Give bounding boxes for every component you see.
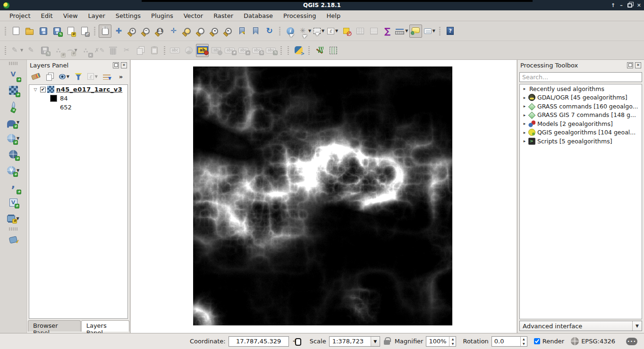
menu-settings[interactable]: Settings xyxy=(111,11,145,20)
new-bookmark-icon[interactable] xyxy=(236,25,248,38)
refresh-map-icon[interactable]: ↻ xyxy=(263,25,276,38)
menu-database[interactable]: Database xyxy=(239,11,278,20)
algorithm-group[interactable]: ▸GRASS commands [160 geoalgo... xyxy=(520,102,642,111)
algorithm-group[interactable]: ▸Scripts [5 geoalgorithms] xyxy=(520,137,642,146)
expander-icon[interactable]: ▸ xyxy=(522,121,527,126)
add-wcs-layer-icon[interactable] xyxy=(7,148,20,161)
zoom-to-layer-icon[interactable] xyxy=(195,25,207,38)
menu-help[interactable]: Help xyxy=(322,11,346,20)
layer-labeling-options-icon[interactable]: ab xyxy=(196,44,209,57)
advanced-digitizing-icon[interactable] xyxy=(7,233,20,246)
add-group-icon[interactable] xyxy=(44,71,56,82)
add-spatialite-layer-icon[interactable] xyxy=(7,100,20,113)
grass-region-icon[interactable] xyxy=(327,44,339,57)
menu-plugins[interactable]: Plugins xyxy=(146,11,178,20)
select-by-expression-dropdown[interactable]: ▼ xyxy=(335,29,338,33)
expander-icon[interactable]: ▸ xyxy=(522,130,527,135)
message-log-button[interactable]: ••• xyxy=(626,338,637,345)
expander-icon[interactable]: ▸ xyxy=(522,95,527,100)
manage-layer-visibility-dropdown[interactable]: ▼ xyxy=(67,75,69,79)
zoom-native-icon[interactable]: 1:1 xyxy=(153,25,166,38)
layers-panel-float-button[interactable] xyxy=(113,62,119,68)
expand-collapse-all-icon[interactable] xyxy=(101,71,112,82)
render-checkbox[interactable] xyxy=(534,338,540,344)
add-raster-layer-icon[interactable] xyxy=(7,83,20,97)
menu-edit[interactable]: Edit xyxy=(36,11,57,20)
mouse-position-toggle-icon[interactable] xyxy=(293,337,301,346)
zoom-next-icon[interactable]: ▸ xyxy=(222,25,235,38)
chevron-down-icon[interactable]: ▼ xyxy=(632,321,642,331)
open-project-icon[interactable] xyxy=(23,25,36,38)
spin-up-icon[interactable]: ▲ xyxy=(521,337,527,341)
tab-browser-panel[interactable]: Browser Panel xyxy=(28,320,81,332)
run-feature-action-dropdown[interactable]: ▼ xyxy=(308,29,311,33)
layer-name[interactable]: n45_e017_1arc_v3 xyxy=(56,86,122,93)
zoom-out-icon[interactable]: − xyxy=(140,25,153,38)
rotation-spinbox[interactable]: 0.0 ▲▼ xyxy=(491,336,527,347)
zoom-to-selection-icon[interactable] xyxy=(181,25,194,38)
help-contents-icon[interactable]: ? xyxy=(444,25,457,38)
manage-layer-visibility-icon[interactable]: ▼ xyxy=(59,71,70,82)
save-project-icon[interactable] xyxy=(37,25,50,38)
zoom-in-icon[interactable]: + xyxy=(126,25,139,38)
zoom-last-icon[interactable]: ◂ xyxy=(208,25,221,38)
algorithm-group[interactable]: ▸GDAL/OGR [45 geoalgorithms] xyxy=(520,93,642,102)
add-vector-layer-icon[interactable]: V xyxy=(7,67,20,81)
layers-panel-close-button[interactable]: ✕ xyxy=(121,62,127,68)
layer-expander-icon[interactable]: ▽ xyxy=(32,87,39,92)
select-features-icon[interactable]: ▼ xyxy=(313,25,325,38)
text-annotation-icon[interactable]: ▼ xyxy=(423,25,436,38)
new-virtual-layer-icon[interactable]: ▼ xyxy=(7,212,19,225)
pan-to-selection-icon[interactable]: ✚ xyxy=(112,25,125,38)
show-bookmarks-icon[interactable] xyxy=(249,25,262,38)
spin-up-icon[interactable]: ▲ xyxy=(449,337,456,341)
restore-window-button[interactable] xyxy=(627,3,632,8)
add-wms-layer-icon[interactable]: ▼ xyxy=(7,132,20,145)
algorithm-search-input[interactable] xyxy=(519,72,642,82)
algorithm-group[interactable]: ▸GRASS GIS 7 commands [148 g... xyxy=(520,111,642,120)
pan-map-icon[interactable] xyxy=(99,25,111,38)
expander-icon[interactable]: ▸ xyxy=(522,113,527,117)
menu-raster[interactable]: Raster xyxy=(209,11,238,20)
composer-manager-icon[interactable] xyxy=(78,25,91,38)
add-wfs-layer-icon[interactable]: V▼ xyxy=(7,164,20,177)
menu-view[interactable]: View xyxy=(59,11,83,20)
expander-icon[interactable]: ▸ xyxy=(522,139,527,143)
tab-layers-panel[interactable]: Layers Panel xyxy=(81,320,129,332)
menu-layer[interactable]: Layer xyxy=(84,11,110,20)
processing-panel-close-button[interactable]: ✕ xyxy=(635,62,641,68)
new-project-icon[interactable] xyxy=(9,25,22,38)
minimize-window-button[interactable]: – xyxy=(620,3,623,8)
filter-by-expression-dropdown[interactable]: ▼ xyxy=(95,75,98,79)
add-postgis-layer-icon[interactable]: ▼ xyxy=(7,116,20,129)
interface-mode-combo[interactable]: Advanced interface ▼ xyxy=(519,321,642,331)
toolbar-overflow-icon[interactable]: » xyxy=(115,71,127,82)
save-project-as-icon[interactable] xyxy=(51,25,63,38)
expander-icon[interactable]: ▸ xyxy=(522,104,527,108)
measure-icon[interactable]: ▼ xyxy=(395,25,408,38)
menu-vector[interactable]: Vector xyxy=(179,11,208,20)
filter-legend-icon[interactable] xyxy=(73,71,84,82)
map-tips-icon[interactable] xyxy=(409,25,422,38)
crs-status[interactable]: EPSG:4326 xyxy=(581,338,615,345)
run-feature-action-icon[interactable]: ✳▼ xyxy=(297,25,312,38)
deselect-all-icon[interactable] xyxy=(340,25,353,38)
python-console-icon[interactable] xyxy=(292,44,305,57)
close-window-button[interactable]: ✕ xyxy=(637,3,641,8)
scale-lock-icon[interactable] xyxy=(384,340,390,345)
current-edits-dropdown[interactable]: ▼ xyxy=(20,48,23,52)
statistical-summary-icon[interactable]: ∑ xyxy=(381,25,394,38)
map-canvas[interactable] xyxy=(131,60,517,333)
algorithm-group[interactable]: ▸QGIS geoalgorithms [104 geoal... xyxy=(520,128,642,137)
shade-window-button[interactable]: ↑ xyxy=(611,3,615,8)
scale-combo[interactable]: 1:378,723 ▼ xyxy=(329,336,380,347)
menu-project[interactable]: Project xyxy=(5,11,35,20)
open-layer-styling-icon[interactable] xyxy=(30,71,42,82)
chevron-down-icon[interactable]: ▼ xyxy=(371,337,380,346)
zoom-full-icon[interactable]: ✛ xyxy=(167,25,180,38)
new-print-composer-icon[interactable] xyxy=(64,25,77,38)
spin-down-icon[interactable]: ▼ xyxy=(521,341,527,346)
layer-row[interactable]: ▽ ✔ n45_e017_1arc_v3 xyxy=(29,85,127,94)
select-by-expression-icon[interactable]: ε▼ xyxy=(326,25,339,38)
magnifier-spinbox[interactable]: 100% ▲▼ xyxy=(426,336,456,347)
